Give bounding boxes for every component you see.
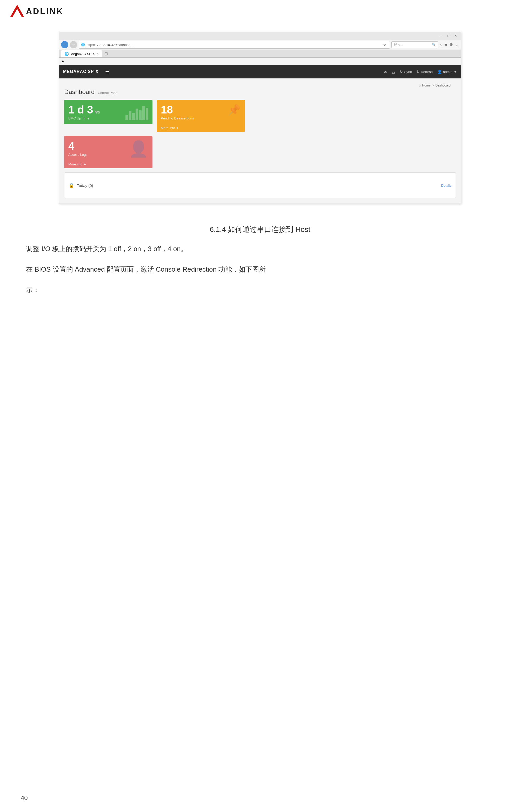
page-text-section: 6.1.4 如何通过串口连接到 Host 调整 I/O 板上的拨码开关为 1 o… <box>0 214 520 315</box>
browser-tab-megarac[interactable]: 🌐 MegaRAC SP-X ✕ <box>61 50 102 57</box>
browser-toolbar-icons: ⌂ ★ ⚙ ☺ <box>440 42 459 47</box>
forward-button[interactable]: → <box>70 41 77 48</box>
app-brand: MEGARAC SP-X <box>63 69 99 74</box>
page-header: ADLINK <box>0 0 520 21</box>
today-details-link[interactable]: Details <box>441 184 451 188</box>
minimize-button[interactable]: – <box>439 33 443 38</box>
bmc-uptime-card-main: 1 d 3 hrs BMC Up Time <box>64 100 153 124</box>
back-button[interactable]: ← <box>61 41 68 48</box>
bmc-uptime-number: 1 d 3 <box>68 104 93 115</box>
admin-menu[interactable]: 👤 admin ▼ <box>437 70 457 74</box>
bar-4 <box>136 109 138 120</box>
refresh-icon: ↻ <box>416 70 419 74</box>
smiley-icon: ☺ <box>455 43 459 47</box>
page-number: 40 <box>21 794 28 802</box>
page-content: – □ ✕ ← → 🌐 http://172.23.10.32/#dashboa… <box>0 21 520 214</box>
person-icon: 👤 <box>129 140 148 158</box>
browser-favorites-bar: ★ <box>59 58 461 65</box>
bmc-uptime-chart <box>126 106 148 120</box>
favorites-icon[interactable]: ★ <box>61 59 65 63</box>
app-main: ⌂ Home > Dashboard Dashboard Control Pan… <box>59 78 461 204</box>
search-placeholder: 搜索... <box>394 42 404 47</box>
today-section: 🔒 Today (0) Details <box>64 172 456 198</box>
bmc-uptime-unit: hrs <box>95 110 100 114</box>
hamburger-menu-icon[interactable]: ☰ <box>105 69 109 75</box>
page-title: Dashboard <box>64 88 95 96</box>
browser-search-bar[interactable]: 搜索... 🔍 <box>391 41 438 48</box>
today-left: 🔒 Today (0) <box>69 183 93 188</box>
today-label: Today (0) <box>77 183 93 188</box>
url-text: http://172.23.10.32/#dashboard <box>86 43 380 47</box>
sync-label: Sync <box>404 70 412 74</box>
access-logs-card: 4 Access Logs 👤 More info ➤ <box>64 136 153 168</box>
refresh-label: Refresh <box>421 70 433 74</box>
tab-favicon: 🌐 <box>64 52 69 56</box>
tab-label: MegaRAC SP-X <box>70 52 95 56</box>
today-icon: 🔒 <box>69 183 74 188</box>
pin-icon: 📌 <box>228 104 241 116</box>
sync-button[interactable]: ↻ Sync <box>400 70 412 74</box>
breadcrumb-home: Home <box>422 84 431 87</box>
page-title-area: Dashboard Control Panel <box>64 88 456 96</box>
search-icon: 🔍 <box>432 43 436 47</box>
pending-deassertions-more-info[interactable]: More Info ➤ <box>157 124 245 132</box>
dashboard-cards-row2: 4 Access Logs 👤 More info ➤ <box>64 136 456 168</box>
refresh-button[interactable]: ↻ Refresh <box>416 70 433 74</box>
breadcrumb-current: Dashboard <box>435 84 451 87</box>
home-icon: ⌂ <box>419 84 420 87</box>
dashboard-cards: 1 d 3 hrs BMC Up Time <box>64 100 456 132</box>
lock-icon: 🌐 <box>81 43 85 47</box>
access-logs-more-info[interactable]: More info ➤ <box>64 160 153 168</box>
browser-titlebar: – □ ✕ <box>59 32 461 40</box>
url-bar[interactable]: 🌐 http://172.23.10.32/#dashboard ↻ <box>79 41 390 49</box>
maximize-button[interactable]: □ <box>446 33 451 38</box>
app-navbar-right: ✉ △ ↻ Sync ↻ Refresh 👤 admin ▼ <box>384 69 457 74</box>
pending-deassertions-card: 18 Pending Deassertions 📌 More Info ➤ <box>157 100 245 132</box>
close-button[interactable]: ✕ <box>453 33 458 38</box>
adlink-wordmark: ADLINK <box>26 6 63 16</box>
access-logs-arrow-icon: ➤ <box>83 162 86 166</box>
browser-addressbar: ← → 🌐 http://172.23.10.32/#dashboard ↻ 搜… <box>59 40 461 50</box>
section-para-2: 在 BIOS 设置的 Advanced 配置页面，激活 Console Redi… <box>26 263 494 275</box>
more-info-label: More Info <box>161 126 175 130</box>
bar-6 <box>142 106 145 120</box>
bar-7 <box>146 108 148 120</box>
mail-icon[interactable]: ✉ <box>384 69 387 74</box>
browser-chrome: – □ ✕ ← → 🌐 http://172.23.10.32/#dashboa… <box>59 32 461 65</box>
new-tab-button[interactable]: □ <box>103 51 109 57</box>
bar-1 <box>126 115 128 120</box>
tab-close-button[interactable]: ✕ <box>96 52 99 56</box>
home-nav-icon[interactable]: ⌂ <box>440 43 442 47</box>
bar-5 <box>139 110 141 120</box>
star-icon[interactable]: ★ <box>444 42 447 47</box>
bar-2 <box>129 111 131 120</box>
pending-deassertions-card-main: 18 Pending Deassertions 📌 <box>157 100 245 124</box>
pending-deassertions-label: Pending Deassertions <box>161 116 241 120</box>
chevron-down-icon: ▼ <box>453 70 457 74</box>
pending-deassertions-number: 18 <box>161 104 173 116</box>
adlink-logo: ADLINK <box>10 5 63 18</box>
admin-label: admin <box>443 70 452 74</box>
browser-window: – □ ✕ ← → 🌐 http://172.23.10.32/#dashboa… <box>59 32 461 204</box>
settings-icon[interactable]: ⚙ <box>450 42 453 47</box>
url-refresh-button[interactable]: ↻ <box>382 42 388 48</box>
access-logs-footer-label: More info <box>68 162 82 166</box>
arrow-right-icon: ➤ <box>176 126 179 130</box>
section-para-3: 示： <box>26 284 494 296</box>
access-logs-card-main: 4 Access Logs 👤 <box>64 136 153 160</box>
alert-icon[interactable]: △ <box>392 69 395 74</box>
access-logs-number: 4 <box>68 140 74 152</box>
bar-3 <box>132 113 135 120</box>
adlink-logo-icon <box>10 5 24 18</box>
app-container: MEGARAC SP-X ☰ ✉ △ ↻ Sync ↻ Refresh 👤 <box>59 65 461 204</box>
page-subtitle: Control Panel <box>98 91 118 95</box>
section-para-1: 调整 I/O 板上的拨码开关为 1 off，2 on，3 off，4 on。 <box>26 243 494 255</box>
section-heading: 6.1.4 如何通过串口连接到 Host <box>26 225 494 235</box>
sync-icon: ↻ <box>400 70 403 74</box>
breadcrumb: ⌂ Home > Dashboard <box>64 82 456 88</box>
app-navbar: MEGARAC SP-X ☰ ✉ △ ↻ Sync ↻ Refresh 👤 <box>59 65 461 78</box>
user-icon: 👤 <box>437 70 442 74</box>
browser-tabbar: 🌐 MegaRAC SP-X ✕ □ <box>59 50 461 58</box>
breadcrumb-separator: > <box>432 84 434 87</box>
bmc-uptime-card: 1 d 3 hrs BMC Up Time <box>64 100 153 132</box>
